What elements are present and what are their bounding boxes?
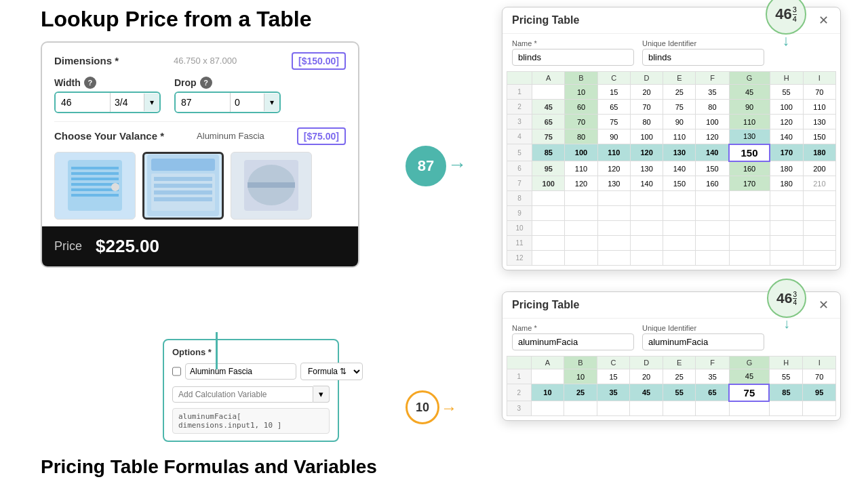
pt-bottom-close-btn[interactable]: ✕	[816, 298, 831, 312]
selected-cell[interactable]: 75	[729, 384, 769, 401]
cell[interactable]: 130	[630, 161, 663, 176]
cell[interactable]: 120	[696, 129, 729, 144]
cell[interactable]: 45	[630, 384, 663, 401]
cell[interactable]: 45	[729, 85, 770, 100]
cell[interactable]: 90	[597, 129, 630, 144]
cell[interactable]: 15	[597, 85, 630, 100]
cell[interactable]: 100	[696, 115, 729, 129]
pt-top-id-input[interactable]	[642, 49, 764, 66]
cell[interactable]: 70	[803, 369, 836, 384]
cell[interactable]: 70	[630, 100, 663, 115]
cell[interactable]: 150	[803, 129, 835, 144]
pt-bottom-id-input[interactable]	[642, 333, 764, 350]
cell[interactable]: 100	[770, 100, 803, 115]
cell[interactable]: 110	[729, 115, 770, 129]
cell[interactable]: 70	[803, 85, 835, 100]
cell[interactable]: 180	[803, 144, 835, 161]
pt-bottom-name-input[interactable]	[512, 333, 634, 350]
cell[interactable]: 55	[770, 85, 803, 100]
cell[interactable]: 150	[696, 161, 729, 176]
cell[interactable]: 10	[564, 369, 597, 384]
cell[interactable]: 10	[531, 384, 564, 401]
cell[interactable]: 120	[597, 161, 630, 176]
cell[interactable]: 120	[565, 176, 597, 191]
cell[interactable]: 210	[803, 176, 835, 191]
option-name-input[interactable]	[185, 363, 296, 380]
cell[interactable]: 75	[532, 129, 565, 144]
cell[interactable]: 90	[663, 115, 696, 129]
width-input[interactable]	[56, 93, 110, 112]
cell[interactable]: 20	[630, 369, 663, 384]
cell[interactable]	[597, 401, 630, 416]
cell[interactable]: 85	[769, 384, 803, 401]
cell[interactable]: 80	[696, 100, 729, 115]
cell[interactable]: 25	[663, 85, 696, 100]
cell[interactable]: 160	[729, 161, 770, 176]
valance-option-3[interactable]	[231, 152, 312, 220]
pt-top-close-btn[interactable]: ✕	[816, 13, 831, 28]
cell[interactable]: 100	[532, 176, 565, 191]
cell[interactable]	[696, 401, 730, 416]
cell[interactable]: 55	[769, 369, 803, 384]
cell[interactable]: 180	[770, 161, 803, 176]
cell[interactable]: 200	[803, 161, 835, 176]
cell[interactable]: 140	[696, 144, 729, 161]
cell[interactable]: 75	[597, 115, 630, 129]
cell[interactable]: 95	[532, 161, 565, 176]
option-type-select[interactable]: Formula ⇅	[300, 363, 363, 380]
cell[interactable]: 150	[663, 176, 696, 191]
cell[interactable]: 170	[729, 176, 770, 191]
cell[interactable]: 35	[696, 369, 730, 384]
cell[interactable]: 25	[663, 369, 696, 384]
cell[interactable]: 130	[803, 115, 835, 129]
selected-cell[interactable]: 150	[729, 144, 770, 161]
cell[interactable]	[564, 401, 597, 416]
cell[interactable]: 75	[663, 100, 696, 115]
cell[interactable]: 180	[770, 176, 803, 191]
calc-var-dropdown-btn[interactable]: ▾	[313, 386, 330, 403]
cell[interactable]	[769, 401, 803, 416]
cell[interactable]	[729, 401, 769, 416]
cell[interactable]: 20	[630, 85, 663, 100]
cell[interactable]: 140	[663, 161, 696, 176]
cell[interactable]: 85	[532, 144, 565, 161]
cell[interactable]: 140	[770, 129, 803, 144]
cell[interactable]: 65	[696, 384, 730, 401]
cell[interactable]	[630, 401, 663, 416]
cell[interactable]: 60	[565, 100, 597, 115]
cell[interactable]	[531, 369, 564, 384]
cell[interactable]	[803, 401, 836, 416]
cell[interactable]: 110	[565, 161, 597, 176]
valance-option-2[interactable]	[142, 152, 224, 220]
cell[interactable]: 90	[729, 100, 770, 115]
cell[interactable]: 45	[532, 100, 565, 115]
cell[interactable]: 25	[564, 384, 597, 401]
width-dropdown-btn[interactable]: ▾	[144, 94, 159, 111]
valance-option-1[interactable]	[54, 152, 136, 220]
cell[interactable]	[531, 401, 564, 416]
drop-help-icon[interactable]: ?	[200, 77, 212, 89]
cell[interactable]: 65	[532, 115, 565, 129]
cell[interactable]: 130	[729, 129, 770, 144]
cell[interactable]: 100	[565, 144, 597, 161]
cell[interactable]: 35	[597, 384, 630, 401]
cell[interactable]: 130	[597, 176, 630, 191]
calc-var-input[interactable]	[172, 386, 313, 403]
cell[interactable]: 65	[597, 100, 630, 115]
cell[interactable]: 110	[803, 100, 835, 115]
cell[interactable]: 80	[565, 129, 597, 144]
pt-top-name-input[interactable]	[512, 49, 634, 66]
cell[interactable]: 160	[696, 176, 729, 191]
cell[interactable]: 45	[729, 369, 769, 384]
width-fraction-input[interactable]	[110, 93, 144, 112]
drop-input[interactable]	[176, 93, 230, 112]
cell[interactable]: 70	[565, 115, 597, 129]
drop-fraction-input[interactable]	[230, 93, 264, 112]
cell[interactable]: 95	[803, 384, 836, 401]
cell[interactable]	[663, 401, 696, 416]
cell[interactable]: 120	[630, 144, 663, 161]
cell[interactable]: 15	[597, 369, 630, 384]
cell[interactable]: 35	[696, 85, 729, 100]
drop-dropdown-btn[interactable]: ▾	[264, 94, 279, 111]
cell[interactable]	[532, 85, 565, 100]
